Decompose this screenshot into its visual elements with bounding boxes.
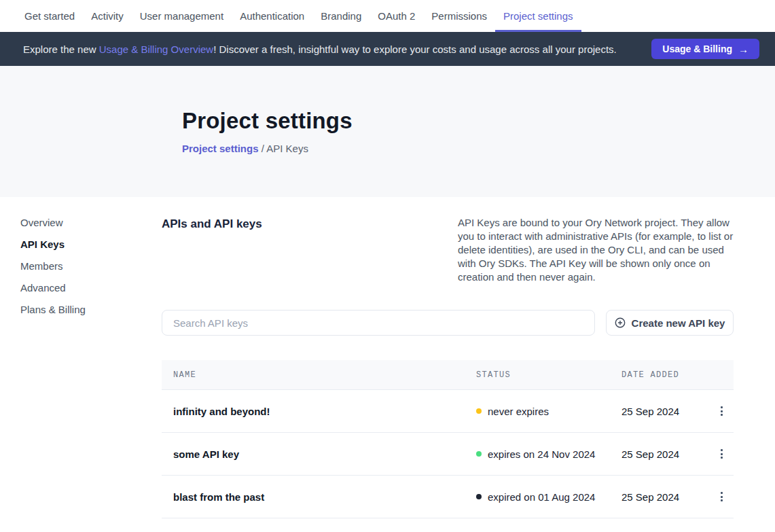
api-key-name: infinity and beyond!	[162, 406, 476, 417]
status-label: expires on 24 Nov 2024	[488, 448, 595, 460]
api-key-date-added: 25 Sep 2024	[621, 406, 710, 417]
row-actions	[710, 446, 734, 462]
status-dot-icon	[476, 451, 482, 457]
top-navigation: Get started Activity User management Aut…	[0, 0, 775, 32]
table-header-row: NAME STATUS DATE ADDED	[162, 360, 734, 390]
breadcrumb-separator: /	[259, 143, 267, 154]
banner-text-suffix: ! Discover a fresh, insightful way to ex…	[213, 43, 617, 55]
usage-billing-button[interactable]: Usage & Billing →	[651, 39, 759, 59]
tab-project-settings[interactable]: Project settings	[495, 0, 581, 32]
page-header: Project settings Project settings / API …	[0, 66, 775, 197]
column-header-date-added: DATE ADDED	[621, 370, 710, 380]
section-title: APIs and API keys	[162, 216, 262, 284]
settings-sidebar: Overview API Keys Members Advanced Plans…	[0, 197, 162, 320]
api-key-name: some API key	[162, 448, 476, 460]
tab-authentication[interactable]: Authentication	[232, 0, 312, 32]
content-area: Overview API Keys Members Advanced Plans…	[0, 197, 775, 518]
usage-billing-banner: Explore the new Usage & Billing Overview…	[0, 32, 775, 66]
table-row: infinity and beyond! never expires 25 Se…	[162, 390, 734, 433]
create-api-key-button[interactable]: Create new API key	[606, 310, 734, 336]
status-dot-icon	[476, 494, 482, 499]
kebab-menu-icon[interactable]	[714, 489, 730, 505]
status-label: never expires	[488, 406, 549, 417]
tab-branding[interactable]: Branding	[312, 0, 370, 32]
table-row: blast from the past expired on 01 Aug 20…	[162, 476, 734, 518]
banner-text-prefix: Explore the new	[23, 43, 99, 55]
page-title: Project settings	[182, 108, 775, 134]
usage-billing-overview-link[interactable]: Usage & Billing Overview	[99, 43, 213, 55]
usage-billing-button-label: Usage & Billing	[662, 43, 732, 54]
sidebar-item-overview[interactable]: Overview	[20, 211, 162, 233]
row-actions	[710, 403, 734, 419]
kebab-menu-icon[interactable]	[714, 446, 730, 462]
sidebar-item-members[interactable]: Members	[20, 255, 162, 277]
breadcrumb-project-settings-link[interactable]: Project settings	[182, 143, 259, 154]
status-label: expired on 01 Aug 2024	[488, 491, 595, 503]
column-header-name: NAME	[162, 370, 476, 380]
api-key-status: never expires	[476, 406, 621, 417]
api-key-date-added: 25 Sep 2024	[621, 491, 710, 503]
api-key-date-added: 25 Sep 2024	[621, 448, 710, 460]
tab-oauth2[interactable]: OAuth 2	[370, 0, 423, 32]
section-intro: APIs and API keys API Keys are bound to …	[162, 216, 734, 284]
tab-user-management[interactable]: User management	[132, 0, 232, 32]
create-api-key-label: Create new API key	[632, 317, 725, 329]
kebab-menu-icon[interactable]	[714, 403, 730, 419]
api-keys-panel: APIs and API keys API Keys are bound to …	[162, 197, 734, 518]
plus-circle-icon	[615, 317, 626, 328]
column-header-status: STATUS	[476, 370, 621, 380]
section-description: API Keys are bound to your Ory Network p…	[458, 216, 734, 284]
api-key-status: expires on 24 Nov 2024	[476, 448, 621, 460]
table-row: some API key expires on 24 Nov 2024 25 S…	[162, 433, 734, 476]
tab-get-started[interactable]: Get started	[16, 0, 83, 32]
sidebar-item-api-keys[interactable]: API Keys	[20, 233, 162, 255]
breadcrumb-current: API Keys	[266, 143, 308, 154]
arrow-right-icon: →	[738, 43, 749, 55]
table-controls: Create new API key	[162, 310, 734, 336]
api-key-name: blast from the past	[162, 491, 476, 503]
status-dot-icon	[476, 408, 482, 414]
breadcrumb: Project settings / API Keys	[182, 143, 775, 154]
tab-permissions[interactable]: Permissions	[423, 0, 495, 32]
api-key-status: expired on 01 Aug 2024	[476, 491, 621, 503]
search-input[interactable]	[162, 310, 595, 336]
sidebar-item-plans-billing[interactable]: Plans & Billing	[20, 298, 162, 320]
row-actions	[710, 489, 734, 505]
banner-message: Explore the new Usage & Billing Overview…	[23, 43, 651, 55]
api-keys-table: NAME STATUS DATE ADDED infinity and beyo…	[162, 360, 734, 518]
tab-activity[interactable]: Activity	[83, 0, 132, 32]
sidebar-item-advanced[interactable]: Advanced	[20, 277, 162, 298]
